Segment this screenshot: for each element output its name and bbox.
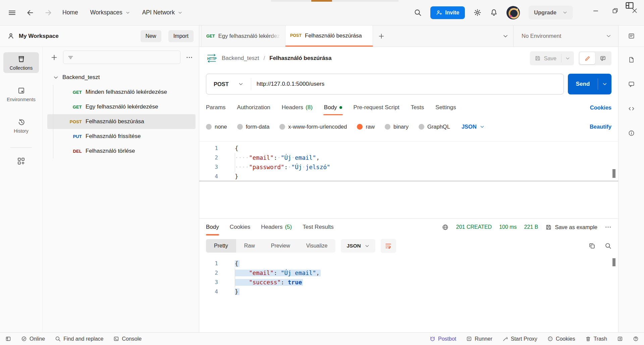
tab-options-chevron[interactable] xyxy=(498,25,513,47)
save-options-chevron-icon[interactable] xyxy=(561,56,574,61)
collection-expand-chevron-icon[interactable] xyxy=(53,75,59,80)
collection-row[interactable]: Backend_teszt xyxy=(43,70,199,85)
save-button[interactable]: Save xyxy=(530,51,574,65)
beautify-link[interactable]: Beautify xyxy=(590,124,611,130)
statusbar-item-find-and-replace[interactable]: Find and replace xyxy=(55,336,103,342)
rail-item-history[interactable]: History xyxy=(3,115,39,136)
info-icon[interactable] xyxy=(628,130,635,137)
new-button[interactable]: New xyxy=(141,30,161,42)
configure-sidebar-icon[interactable] xyxy=(17,157,25,165)
upgrade-button[interactable]: Upgrade xyxy=(529,6,573,19)
send-options-chevron-icon[interactable] xyxy=(598,81,611,87)
code-line[interactable]: 1{ xyxy=(199,259,618,268)
body-mode-none[interactable]: none xyxy=(206,124,227,130)
avatar[interactable] xyxy=(506,6,520,19)
request-tab-headers[interactable]: Headers(8) xyxy=(282,99,313,116)
request-tab-params[interactable]: Params xyxy=(206,99,226,116)
statusbar-item-cookies[interactable]: Cookies xyxy=(547,336,575,342)
statusbar-item-sidebar-toggle-icon[interactable] xyxy=(5,336,11,342)
body-mode-graphql[interactable]: GraphQL xyxy=(419,124,450,130)
nav-item-api-network[interactable]: API Network xyxy=(142,9,182,16)
request-body-editor[interactable]: 1{2····"email":·"Új·email",3····"passwor… xyxy=(199,142,618,213)
breadcrumb-request-name[interactable]: Felhasználó beszúrása xyxy=(269,55,331,62)
code-line[interactable]: 4} xyxy=(199,287,618,296)
window-minimize-button[interactable] xyxy=(592,7,599,14)
breadcrumb-collection[interactable]: Backend_teszt xyxy=(222,55,259,62)
collection-more-actions-icon[interactable] xyxy=(186,54,193,61)
code-line[interactable]: 3····"password":·"Új·jelszó" xyxy=(199,162,618,172)
notifications-bell-icon[interactable] xyxy=(490,9,498,16)
send-button[interactable]: Send xyxy=(568,74,611,94)
nav-item-home[interactable]: Home xyxy=(62,9,78,16)
search-icon[interactable] xyxy=(605,243,611,249)
statusbar-item-online[interactable]: Online xyxy=(21,336,45,342)
response-size[interactable]: 221 B xyxy=(524,224,538,230)
code-line[interactable]: 2····"email":·"Új·email", xyxy=(199,153,618,162)
wrap-lines-button[interactable] xyxy=(381,239,396,253)
method-select[interactable]: POST xyxy=(206,81,251,87)
main-menu-icon[interactable] xyxy=(8,9,16,17)
collection-filter-input[interactable] xyxy=(63,51,180,64)
save-as-example-button[interactable]: Save as example xyxy=(545,224,597,230)
tree-request-row[interactable]: PUTFelhasználó frissítése xyxy=(43,129,199,144)
code-line[interactable]: 4} xyxy=(199,172,618,181)
view-preview[interactable]: Preview xyxy=(263,239,298,253)
workspace-title[interactable]: My Workspace xyxy=(19,33,133,40)
view-raw[interactable]: Raw xyxy=(236,239,263,253)
rail-item-environments[interactable]: Environments xyxy=(3,84,39,105)
environment-selector[interactable]: No Environment xyxy=(513,25,618,47)
view-visualize[interactable]: Visualize xyxy=(298,239,336,253)
request-tab-body[interactable]: Body xyxy=(324,99,342,116)
network-globe-icon[interactable] xyxy=(442,224,449,231)
invite-button[interactable]: Invite xyxy=(430,6,465,19)
body-language-select[interactable]: JSON xyxy=(462,124,485,130)
body-mode-binary[interactable]: binary xyxy=(385,124,409,130)
body-mode-form-data[interactable]: form-data xyxy=(237,124,270,130)
forward-button[interactable] xyxy=(44,9,52,17)
tab-strip-scrollbar[interactable] xyxy=(271,0,398,2)
response-tab-test-results[interactable]: Test Results xyxy=(303,219,334,235)
code-line[interactable]: 1{ xyxy=(199,144,618,153)
import-button[interactable]: Import xyxy=(168,30,194,42)
body-mode-raw[interactable]: raw xyxy=(357,124,375,130)
add-collection-icon[interactable] xyxy=(51,54,58,61)
statusbar-item-start-proxy[interactable]: Start Proxy xyxy=(502,336,537,342)
response-language-select[interactable]: JSON xyxy=(341,239,375,253)
request-tab-settings[interactable]: Settings xyxy=(435,99,456,116)
request-tab-active[interactable]: POSTFelhasználó beszúrása xyxy=(285,25,373,47)
response-status-badge[interactable]: 201 CREATED xyxy=(456,224,492,230)
back-button[interactable] xyxy=(26,9,34,17)
tree-request-row[interactable]: GETMinden felhasználó lekérdezése xyxy=(43,85,199,99)
statusbar-item-postbot[interactable]: Postbot xyxy=(430,336,456,342)
url-input[interactable]: http://127.0.0.1:5000/users xyxy=(251,81,330,87)
request-tab[interactable]: GETEgy felhasználó lekérdez xyxy=(201,25,285,47)
response-time[interactable]: 100 ms xyxy=(499,224,517,230)
cookies-link[interactable]: Cookies xyxy=(590,105,611,111)
nav-item-workspaces[interactable]: Workspaces xyxy=(90,9,130,16)
tree-request-row[interactable]: POSTFelhasználó beszúrása xyxy=(43,114,199,129)
statusbar-item-help-icon[interactable] xyxy=(633,336,639,342)
comments-icon[interactable] xyxy=(628,81,635,88)
request-tab-pre-request-script[interactable]: Pre-request Script xyxy=(354,99,399,116)
statusbar-item-runner[interactable]: Runner xyxy=(466,336,492,342)
environment-quicklook-icon[interactable] xyxy=(628,32,635,40)
window-restore-button[interactable] xyxy=(612,7,619,14)
rail-item-collections[interactable]: Collections xyxy=(3,52,39,73)
copy-icon[interactable] xyxy=(589,243,595,249)
request-tab-authorization[interactable]: Authorization xyxy=(237,99,270,116)
search-icon[interactable] xyxy=(414,9,422,16)
window-close-button[interactable] xyxy=(631,7,638,14)
tree-request-row[interactable]: DELFelhasználó törlése xyxy=(43,144,199,158)
response-tab-headers[interactable]: Headers(5) xyxy=(261,219,292,235)
settings-gear-icon[interactable] xyxy=(474,9,481,16)
view-pretty[interactable]: Pretty xyxy=(206,239,236,253)
code-line[interactable]: 2 "email": "Új email", xyxy=(199,268,618,278)
tree-request-row[interactable]: GETEgy felhasználó lekérdezése xyxy=(43,99,199,114)
statusbar-item-console[interactable]: Console xyxy=(113,336,142,342)
response-tab-body[interactable]: Body xyxy=(206,219,219,235)
response-more-actions-icon[interactable] xyxy=(605,224,611,230)
statusbar-item-trash[interactable]: Trash xyxy=(585,336,607,342)
comments-button[interactable] xyxy=(595,52,610,64)
edit-mode-button[interactable] xyxy=(580,52,595,64)
response-body-viewer[interactable]: 1{2 "email": "Új email",3 "success": tru… xyxy=(199,256,618,306)
